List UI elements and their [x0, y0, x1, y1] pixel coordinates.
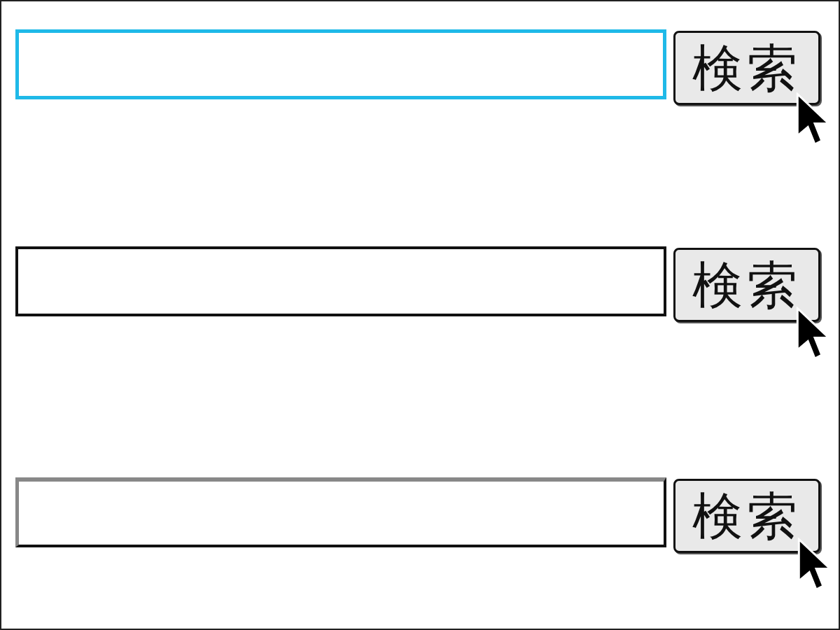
- search-button[interactable]: 検索: [673, 479, 820, 553]
- search-input[interactable]: [15, 246, 666, 316]
- search-button[interactable]: 検索: [673, 248, 820, 322]
- search-row: 検索: [15, 29, 820, 105]
- search-row: 検索: [15, 477, 820, 553]
- search-input[interactable]: [15, 29, 666, 99]
- search-row: 検索: [15, 246, 820, 322]
- search-button[interactable]: 検索: [673, 31, 820, 105]
- search-input[interactable]: [15, 477, 666, 547]
